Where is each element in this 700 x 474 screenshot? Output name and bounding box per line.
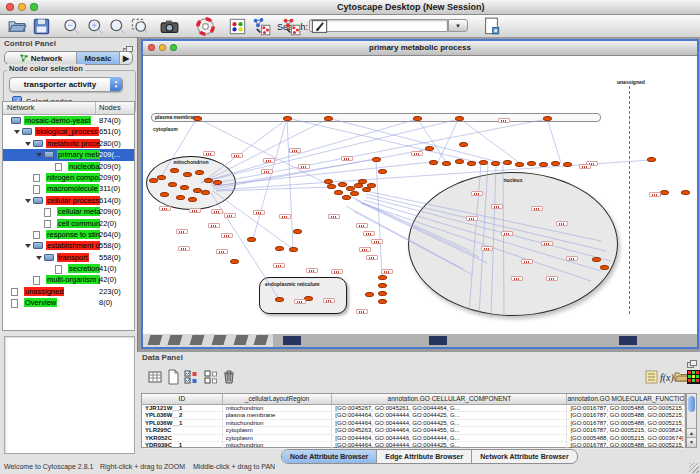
network-node[interactable] [293, 229, 302, 234]
network-node[interactable] [213, 180, 222, 185]
tree-row-response-to-stimulu[interactable]: response to stimulu264(0) [3, 229, 134, 240]
tab-mosaic[interactable]: Mosaic [77, 52, 120, 64]
expand-arrow-icon[interactable] [36, 256, 42, 260]
network-node[interactable] [503, 160, 512, 165]
tree-row-metabolic-process[interactable]: metabolic process280(0) [3, 138, 134, 149]
table-row[interactable]: YPL036W__1mitochondrion[GO:0044464, GO:0… [142, 420, 685, 427]
tree-row-nitrogen-compo[interactable]: nitrogen compo209(0) [3, 172, 134, 183]
network-node[interactable] [342, 195, 351, 200]
network-node[interactable] [275, 246, 284, 251]
table-scrollbar[interactable]: ▲ ▼ [686, 393, 697, 448]
network-node[interactable] [160, 192, 169, 197]
tab-network[interactable]: Network [5, 52, 77, 64]
scrollbar-thumb[interactable] [688, 396, 695, 412]
network-node[interactable] [600, 265, 609, 270]
search-config-icon[interactable] [482, 17, 501, 36]
tree-row-cellular-metabo[interactable]: cellular metabo209(0) [3, 206, 134, 217]
tree-row-macromolecule[interactable]: macromolecule311(0) [3, 183, 134, 194]
zoom-fit-icon[interactable] [108, 17, 127, 36]
network-node[interactable] [283, 116, 292, 121]
network-node[interactable] [378, 299, 387, 304]
select-attributes-icon[interactable] [183, 369, 199, 385]
attribute-list-icon[interactable] [644, 369, 660, 385]
network-node[interactable] [201, 190, 210, 195]
network-node[interactable] [425, 146, 434, 151]
network-node[interactable] [527, 161, 536, 166]
network-node[interactable] [459, 142, 468, 147]
network-node[interactable] [539, 162, 548, 167]
network-node[interactable] [289, 247, 298, 252]
network-node[interactable] [660, 190, 669, 195]
zoom-out-icon[interactable] [62, 17, 81, 36]
search-input[interactable] [309, 19, 448, 32]
network-node[interactable] [327, 184, 336, 189]
network-node[interactable] [592, 257, 601, 262]
network-node[interactable] [183, 172, 192, 177]
tree-row-biological-process[interactable]: biological_process651(0) [3, 126, 134, 137]
tree-row-unassigned[interactable]: unassigned223(0) [3, 286, 134, 297]
network-node[interactable] [176, 195, 185, 200]
network-node[interactable] [455, 116, 464, 121]
close-icon[interactable] [6, 3, 14, 11]
network-node[interactable] [429, 160, 438, 165]
resize-grip[interactable] [689, 463, 699, 473]
network-node[interactable] [275, 297, 284, 302]
float-data-panel-icon[interactable] [687, 354, 697, 362]
minimize-icon[interactable] [18, 3, 26, 11]
network-node[interactable] [491, 161, 500, 166]
function-builder-icon[interactable]: f(x) [659, 369, 675, 385]
layout-paste-icon[interactable] [282, 17, 301, 36]
tab-node-attribute-browser[interactable]: Node Attribute Browser [282, 450, 377, 463]
network-view-window[interactable]: primary metabolic process plasma membran… [141, 39, 699, 349]
tree-row-secretion[interactable]: secretion41(0) [3, 263, 134, 274]
expand-arrow-icon[interactable] [14, 130, 20, 134]
network-node[interactable] [467, 161, 476, 166]
float-panel-icon[interactable] [123, 40, 133, 48]
network-node[interactable] [324, 116, 333, 121]
network-node[interactable] [413, 116, 422, 121]
vizmapper-icon[interactable] [228, 17, 247, 36]
network-node[interactable] [647, 157, 656, 162]
tab-network-attribute-browser[interactable]: Network Attribute Browser [472, 450, 576, 463]
search-dropdown-button[interactable]: ▼ [448, 19, 468, 32]
column-header[interactable]: annotation.GO CELLULAR_COMPONENT [332, 394, 567, 404]
expand-arrow-icon[interactable] [25, 142, 31, 146]
network-node[interactable] [188, 197, 197, 202]
network-node[interactable] [378, 169, 387, 174]
network-tree-header[interactable]: Network Nodes [3, 102, 134, 115]
layout-copy-icon[interactable] [252, 17, 271, 36]
network-node[interactable] [455, 159, 464, 164]
zoom-window-icon[interactable] [30, 3, 38, 11]
network-node[interactable] [195, 170, 204, 175]
network-node[interactable] [204, 178, 213, 183]
network-node[interactable] [378, 283, 387, 288]
table-row[interactable]: YJR121W__1mitochondrion[GO:0045267, GO:0… [142, 405, 685, 412]
network-node[interactable] [543, 116, 552, 121]
network-canvas[interactable]: plasma membrane cytoplasm mitochondrion … [143, 56, 697, 347]
tree-row-multi-organism-pro[interactable]: multi-organism pro42(0) [3, 274, 134, 285]
open-icon[interactable] [8, 17, 27, 36]
tree-row-mosaic-demo-yeast[interactable]: mosaic-demo-yeast874(0) [3, 115, 134, 126]
tree-row-overview[interactable]: Overview8(0) [3, 297, 134, 308]
tree-row-transport[interactable]: transport558(0) [3, 252, 134, 263]
network-node[interactable] [358, 179, 367, 184]
tree-column-divider[interactable] [95, 102, 96, 114]
matrix-icon[interactable] [686, 369, 700, 385]
network-node[interactable] [230, 259, 239, 264]
table-row[interactable]: YKR052Ccytoplasm[GO:0044464, GO:0044446,… [142, 435, 685, 442]
tree-row-cell-communicat[interactable]: cell communicat22(0) [3, 218, 134, 229]
network-node[interactable] [479, 160, 488, 165]
network-view-titlebar[interactable]: primary metabolic process [143, 41, 697, 56]
network-node[interactable] [378, 291, 387, 296]
snapshot-icon[interactable] [160, 17, 179, 36]
table-row[interactable]: YPL036W__2plasma membrane[GO:0044464, GO… [142, 412, 685, 419]
zoom-region-icon[interactable] [130, 17, 149, 36]
delete-attribute-icon[interactable] [221, 369, 237, 385]
network-node[interactable] [681, 190, 690, 195]
network-node[interactable] [551, 161, 560, 166]
scroll-down-icon[interactable]: ▼ [687, 437, 696, 447]
column-header[interactable]: annotation.GO MOLECULAR_FUNCTION [567, 394, 685, 404]
column-header[interactable]: _cellularLayoutRegion [223, 394, 333, 404]
network-node[interactable] [372, 157, 381, 162]
network-node[interactable] [180, 185, 189, 190]
